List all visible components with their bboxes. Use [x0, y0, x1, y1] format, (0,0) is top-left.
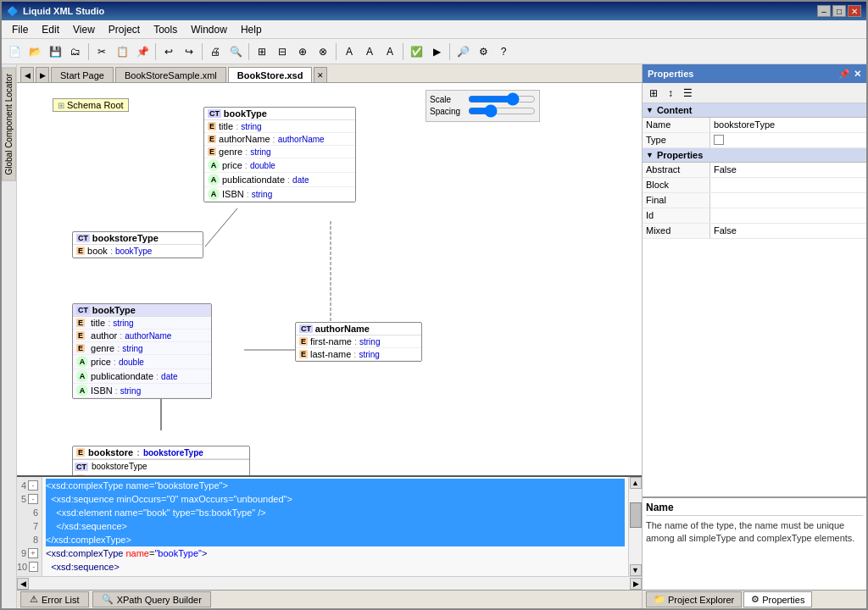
booktype-expanded-node[interactable]: CT bookType E title : string E author :	[72, 303, 212, 399]
code-line-7[interactable]: </xsd:sequence>	[46, 519, 625, 533]
props-close-button[interactable]: ✕	[854, 69, 861, 80]
minimize-button[interactable]: –	[817, 5, 831, 17]
schema-root-node[interactable]: ⊞ Schema Root	[53, 98, 129, 112]
line-10[interactable]: 10 -	[17, 560, 42, 574]
global-component-locator-tab[interactable]: Global Component Locator	[2, 68, 16, 181]
maximize-button[interactable]: □	[832, 5, 846, 17]
menu-project[interactable]: Project	[102, 22, 147, 37]
save-button[interactable]: 💾	[46, 42, 64, 61]
left-sidebar: Global Component Locator	[2, 64, 17, 608]
props-grid-button[interactable]: ⊞	[646, 86, 661, 101]
line-4[interactable]: 4 -	[17, 479, 42, 492]
properties-description: Name The name of the type, the name must…	[643, 496, 866, 590]
code-line-4[interactable]: <xsd:complexType name="bookstoreType">	[46, 479, 625, 492]
preview-button[interactable]: 🔍	[226, 42, 245, 61]
properties-collapse-icon[interactable]: ▼	[646, 151, 654, 159]
code-line-10[interactable]: <xsd:sequence>	[46, 560, 625, 574]
prop-mixed-text: False	[714, 225, 737, 236]
project-explorer-tab[interactable]: 📁 Project Explorer	[646, 591, 742, 607]
tb-btn-2[interactable]: ⊟	[273, 42, 292, 61]
copy-button[interactable]: 📋	[113, 42, 131, 61]
line-5[interactable]: 5 -	[17, 492, 42, 506]
line-9[interactable]: 9 +	[17, 546, 42, 560]
line-6: 6	[17, 506, 42, 519]
prop-name-label: Name	[643, 118, 710, 132]
tb-btn-3[interactable]: ⊕	[293, 42, 312, 61]
menu-help[interactable]: Help	[234, 22, 269, 37]
tab-prev-button[interactable]: ◀	[20, 67, 34, 82]
content-collapse-icon[interactable]: ▼	[646, 106, 654, 114]
title-bar: 🔷 Liquid XML Studio – □ ✕	[2, 2, 866, 20]
properties-tab[interactable]: ⚙ Properties	[743, 591, 812, 607]
prop-mixed-value[interactable]: False	[710, 224, 866, 238]
print-button[interactable]: 🖨	[206, 42, 225, 61]
tb-btn-6[interactable]: A	[360, 42, 379, 61]
tab-next-button[interactable]: ▶	[36, 67, 49, 82]
save-all-button[interactable]: 🗂	[66, 42, 85, 61]
paste-button[interactable]: 📌	[133, 42, 152, 61]
prop-type-value[interactable]	[710, 133, 866, 147]
code-lines[interactable]: <xsd:complexType name="bookstoreType"> <…	[42, 477, 628, 576]
booktype-row-genre: E genre : string	[204, 146, 355, 158]
code-scrollbar-h[interactable]: ◀ ▶	[17, 576, 642, 590]
code-line-9[interactable]: <xsd:complexType name="bookType">	[46, 546, 625, 560]
error-list-tab[interactable]: ⚠ Error List	[20, 591, 89, 607]
tab-bookstore-xsd[interactable]: BookStore.xsd	[228, 67, 313, 82]
prop-id-value[interactable]	[710, 208, 866, 223]
booktype-exp-pubdate: A publicationdate : date	[73, 369, 211, 384]
xpath-query-tab[interactable]: 🔍 XPath Query Builder	[92, 591, 211, 607]
booktype-row-pubdate: A publicationdate : date	[204, 173, 355, 187]
booktype-top-node[interactable]: CT bookType E title : string E authorNam…	[203, 107, 356, 202]
run-button[interactable]: ▶	[427, 42, 446, 61]
help-tb-button[interactable]: ?	[494, 42, 513, 61]
schema-icon: ⊞	[58, 101, 64, 110]
prop-abstract-value[interactable]: False	[710, 163, 866, 177]
prop-final-label: Final	[643, 193, 710, 208]
open-button[interactable]: 📂	[25, 42, 44, 61]
prop-final-value[interactable]	[710, 193, 866, 208]
menu-window[interactable]: Window	[184, 22, 234, 37]
bookstoretype-node[interactable]: CT bookstoreType E book : bookType	[72, 231, 203, 258]
line-7: 7	[17, 519, 42, 533]
prop-block-value[interactable]	[710, 178, 866, 192]
props-pin-button[interactable]: 📌	[838, 69, 850, 80]
undo-button[interactable]: ↩	[159, 42, 178, 61]
props-sort-button[interactable]: ↕	[663, 86, 678, 101]
menu-edit[interactable]: Edit	[35, 22, 66, 37]
code-line-5[interactable]: <xsd:sequence minOccurs="0" maxOccurs="u…	[46, 492, 625, 506]
tb-btn-4[interactable]: ⊗	[314, 42, 332, 61]
cut-button[interactable]: ✂	[92, 42, 111, 61]
authorname-top-node[interactable]: CT authorName E first-name : string E la…	[295, 322, 422, 362]
menu-view[interactable]: View	[66, 22, 102, 37]
redo-button[interactable]: ↪	[180, 42, 198, 61]
content-section[interactable]: ▼ Content	[643, 103, 866, 118]
close-button[interactable]: ✕	[848, 5, 861, 17]
prop-name-text: bookstoreType	[714, 119, 775, 130]
bookstore-bottom-node[interactable]: E bookstore : bookstoreType CT bookstore…	[72, 446, 250, 475]
settings-button[interactable]: ⚙	[474, 42, 492, 61]
code-scrollbar-v[interactable]: ▲ ▼	[628, 477, 642, 576]
schema-canvas[interactable]: Scale Spacing ⊞ Schema Root CT	[17, 83, 642, 475]
tab-bookstorasample[interactable]: BookStoreSample.xml	[115, 67, 226, 82]
prop-mixed-row: Mixed False	[643, 224, 866, 239]
tb-btn-5[interactable]: A	[340, 42, 359, 61]
prop-name-value[interactable]: bookstoreType	[710, 118, 866, 132]
tab-close-button[interactable]: ✕	[314, 67, 327, 82]
tab-start-page[interactable]: Start Page	[51, 67, 114, 82]
properties-section[interactable]: ▼ Properties	[643, 148, 866, 163]
prop-type-checkbox[interactable]	[714, 135, 724, 145]
spacing-slider[interactable]	[468, 106, 536, 116]
code-line-8[interactable]: </xsd:complexType>	[46, 533, 625, 546]
scale-slider[interactable]	[468, 94, 536, 104]
booktype-top-name: bookType	[224, 108, 267, 119]
tb-btn-7[interactable]: A	[381, 42, 399, 61]
properties-tab-icon: ⚙	[751, 594, 760, 605]
menu-tools[interactable]: Tools	[147, 22, 184, 37]
menu-file[interactable]: File	[5, 22, 35, 37]
tb-btn-1[interactable]: ⊞	[253, 42, 271, 61]
validate-button[interactable]: ✅	[407, 42, 426, 61]
props-table-button[interactable]: ☰	[680, 86, 695, 101]
code-line-6[interactable]: <xsd:element name="book" type="bs:bookTy…	[46, 506, 625, 519]
find-button[interactable]: 🔎	[453, 42, 472, 61]
new-button[interactable]: 📄	[5, 42, 24, 61]
